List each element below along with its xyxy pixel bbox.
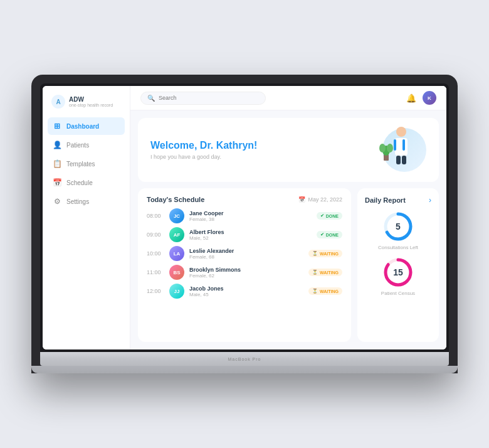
- donut-chart-patient_census: 15: [382, 257, 414, 288]
- schedule-time: 12:00: [147, 288, 164, 294]
- notification-bell-icon[interactable]: 🔔: [406, 93, 416, 103]
- schedule-item: 10:00 LA Leslie Alexander Female, 68 ⏳ W…: [147, 246, 342, 261]
- svg-rect-5: [402, 156, 406, 164]
- patient-name: Albert Flores: [189, 229, 312, 235]
- laptop-brand: MacBook Pro: [228, 357, 261, 361]
- svg-rect-2: [394, 139, 396, 151]
- logo-text: ADW one-stop health record: [69, 96, 113, 107]
- patient-details: Male, 45: [189, 292, 303, 297]
- report-metrics: 5 Consultations Left 15 Patient Census: [365, 211, 431, 302]
- status-badge: ⏳ WAITING: [308, 287, 342, 295]
- schedule-item: 11:00 BS Brooklyn Simmons Female, 62 ⏳ W…: [147, 265, 342, 280]
- sidebar-label-schedule: Schedule: [66, 179, 93, 186]
- svg-point-9: [379, 144, 386, 152]
- app-container: A ADW one-stop health record ⊞ Dashboard…: [43, 86, 446, 349]
- schedule-title: Today's Schedule: [147, 196, 204, 203]
- schedule-card: Today's Schedule 📅 May 22, 2022 08:00 JC…: [138, 188, 351, 342]
- status-icon: ⏳: [312, 251, 318, 256]
- welcome-subtitle: I hope you have a good day.: [150, 154, 257, 160]
- patient-avatar: JC: [169, 208, 184, 223]
- patient-details: Female, 38: [189, 216, 312, 222]
- status-icon: ⏳: [312, 289, 318, 294]
- welcome-heading: Welcome, Dr. Kathryn!: [150, 140, 257, 151]
- report-item-consultations: 5 Consultations Left: [365, 211, 431, 250]
- welcome-greeting: Welcome,: [150, 140, 200, 151]
- sidebar-label-settings: Settings: [66, 198, 89, 205]
- search-input[interactable]: [159, 95, 259, 101]
- patient-avatar: BS: [169, 265, 184, 280]
- search-bar[interactable]: 🔍: [140, 92, 266, 105]
- screen-border: A ADW one-stop health record ⊞ Dashboard…: [40, 83, 449, 352]
- header-actions: 🔔 K: [406, 91, 436, 105]
- schedule-item: 09:00 AF Albert Flores Male, 52 ✔ DONE: [147, 227, 342, 242]
- schedule-time: 09:00: [147, 232, 164, 238]
- status-icon: ✔: [320, 232, 324, 237]
- schedule-time: 10:00: [147, 250, 164, 257]
- status-badge: ⏳ WAITING: [308, 250, 342, 257]
- patient-details: Male, 52: [189, 235, 312, 241]
- patient-info: Jacob Jones Male, 45: [189, 285, 303, 297]
- schedule-time: 08:00: [147, 213, 164, 219]
- header: 🔍 🔔 K: [130, 86, 446, 110]
- schedule-time: 11:00: [147, 269, 164, 275]
- welcome-text: Welcome, Dr. Kathryn! I hope you have a …: [150, 140, 257, 160]
- schedule-item: 08:00 JC Jane Cooper Female, 38 ✔ DONE: [147, 208, 342, 223]
- search-icon: 🔍: [147, 95, 155, 102]
- doctor-illustration: [377, 123, 421, 172]
- schedule-item: 12:00 JJ Jacob Jones Male, 45 ⏳ WAITING: [147, 284, 342, 299]
- sidebar-label-patients: Patients: [66, 142, 89, 149]
- report-title: Daily Report: [365, 196, 406, 204]
- sidebar-logo: A ADW one-stop health record: [43, 95, 130, 117]
- templates-icon: 📋: [53, 159, 61, 168]
- patient-avatar: LA: [169, 246, 184, 261]
- report-label-consultations: Consultations Left: [378, 245, 418, 250]
- status-badge: ⏳ WAITING: [308, 269, 342, 276]
- settings-icon: ⚙: [53, 197, 61, 206]
- sidebar-item-dashboard[interactable]: ⊞ Dashboard: [48, 117, 125, 135]
- patient-name: Brooklyn Simmons: [189, 267, 303, 273]
- calendar-icon: 📅: [298, 196, 305, 203]
- dashboard-icon: ⊞: [53, 122, 61, 131]
- patient-details: Female, 62: [189, 273, 303, 279]
- sidebar-item-schedule[interactable]: 📅 Schedule: [48, 174, 125, 191]
- status-icon: ⏳: [312, 270, 318, 275]
- bottom-row: Today's Schedule 📅 May 22, 2022 08:00 JC…: [138, 188, 439, 342]
- logo-icon: A: [51, 95, 65, 109]
- sidebar: A ADW one-stop health record ⊞ Dashboard…: [43, 86, 130, 349]
- laptop-bottom: [31, 366, 458, 373]
- patient-name: Jane Cooper: [189, 210, 312, 216]
- report-item-patient_census: 15 Patient Census: [365, 257, 431, 296]
- svg-rect-4: [396, 156, 401, 164]
- status-badge: ✔ DONE: [317, 212, 342, 220]
- report-arrow[interactable]: ›: [429, 196, 431, 205]
- patient-name: Jacob Jones: [189, 285, 303, 292]
- svg-point-0: [396, 127, 406, 137]
- sidebar-nav: ⊞ Dashboard 👤 Patients 📋 Templates �: [43, 117, 130, 210]
- user-avatar[interactable]: K: [423, 91, 436, 105]
- welcome-illustration: [364, 128, 426, 172]
- svg-rect-1: [395, 138, 408, 156]
- patients-icon: 👤: [53, 141, 61, 149]
- welcome-banner: Welcome, Dr. Kathryn! I hope you have a …: [138, 118, 439, 182]
- laptop-frame: A ADW one-stop health record ⊞ Dashboard…: [31, 75, 458, 373]
- patient-avatar: JJ: [169, 284, 184, 299]
- status-badge: ✔ DONE: [317, 231, 342, 238]
- patient-info: Leslie Alexander Female, 68: [189, 248, 303, 260]
- report-card: Daily Report › 5 Consultations Left: [357, 188, 439, 342]
- sidebar-item-patients[interactable]: 👤 Patients: [48, 136, 125, 154]
- sidebar-item-settings[interactable]: ⚙ Settings: [48, 193, 125, 210]
- welcome-name: Dr. Kathryn!: [200, 140, 258, 151]
- patient-info: Brooklyn Simmons Female, 62: [189, 267, 303, 279]
- donut-chart-consultations: 5: [382, 211, 414, 242]
- report-header: Daily Report ›: [365, 196, 431, 205]
- sidebar-label-dashboard: Dashboard: [66, 123, 99, 130]
- sidebar-item-templates[interactable]: 📋 Templates: [48, 155, 125, 173]
- report-label-patient_census: Patient Census: [381, 291, 415, 296]
- main-content: Welcome, Dr. Kathryn! I hope you have a …: [130, 110, 446, 349]
- svg-rect-3: [402, 139, 405, 151]
- schedule-date: 📅 May 22, 2022: [298, 196, 342, 203]
- donut-value-patient_census: 15: [393, 267, 403, 277]
- logo-subtitle: one-stop health record: [69, 103, 113, 107]
- app-screen: A ADW one-stop health record ⊞ Dashboard…: [43, 86, 446, 349]
- schedule-list: 08:00 JC Jane Cooper Female, 38 ✔ DONE 0…: [147, 208, 342, 299]
